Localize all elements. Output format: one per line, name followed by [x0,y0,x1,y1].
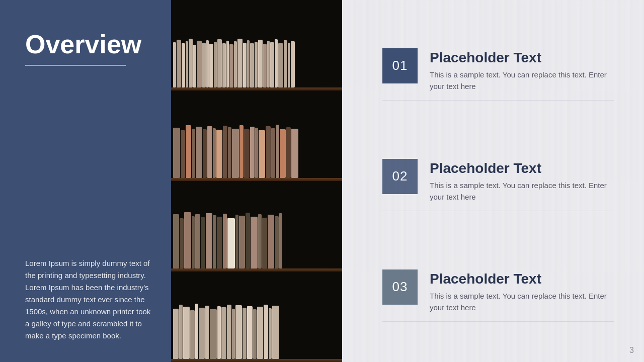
right-panel: 01 Placeholder Text This is a sample tex… [342,0,644,362]
books-row-2 [171,125,342,178]
shelf-2 [171,90,342,181]
title-section: Overview [25,30,151,66]
body-text: Lorem Ipsum is simply dummy text of the … [25,257,151,342]
books-row-1 [171,39,342,87]
shelf-4 [171,272,342,362]
page-title: Overview [25,30,151,59]
item-description-2: This is a sample text. You can replace t… [430,180,614,203]
shelf-board-4 [171,359,342,362]
list-item: 02 Placeholder Text This is a sample tex… [382,151,614,212]
slide: Overview Lorem Ipsum is simply dummy tex… [0,0,644,362]
item-number-2: 02 [392,168,408,184]
shelf-1 [171,0,342,90]
list-item: 01 Placeholder Text This is a sample tex… [382,40,614,101]
list-item: 03 Placeholder Text This is a sample tex… [382,261,614,322]
item-number-1: 01 [392,58,408,73]
item-content-1: Placeholder Text This is a sample text. … [430,48,614,93]
item-description-1: This is a sample text. You can replace t… [430,69,614,92]
item-number-3: 03 [392,279,408,295]
number-box-1: 01 [382,48,418,83]
left-panel: Overview Lorem Ipsum is simply dummy tex… [0,0,171,362]
books-row-3 [171,212,342,268]
item-title-3: Placeholder Text [430,272,614,287]
item-content-2: Placeholder Text This is a sample text. … [430,159,614,203]
shelf-3 [171,181,342,272]
books-row-4 [171,304,342,359]
item-content-3: Placeholder Text This is a sample text. … [430,269,614,314]
number-box-2: 02 [382,159,418,194]
bookshelf-image [171,0,342,362]
item-title-2: Placeholder Text [430,161,614,176]
item-title-1: Placeholder Text [430,50,614,66]
title-underline [25,65,126,66]
item-description-3: This is a sample text. You can replace t… [430,291,614,313]
number-box-3: 03 [382,269,418,305]
page-number: 3 [629,346,634,355]
center-image-panel [171,0,342,362]
